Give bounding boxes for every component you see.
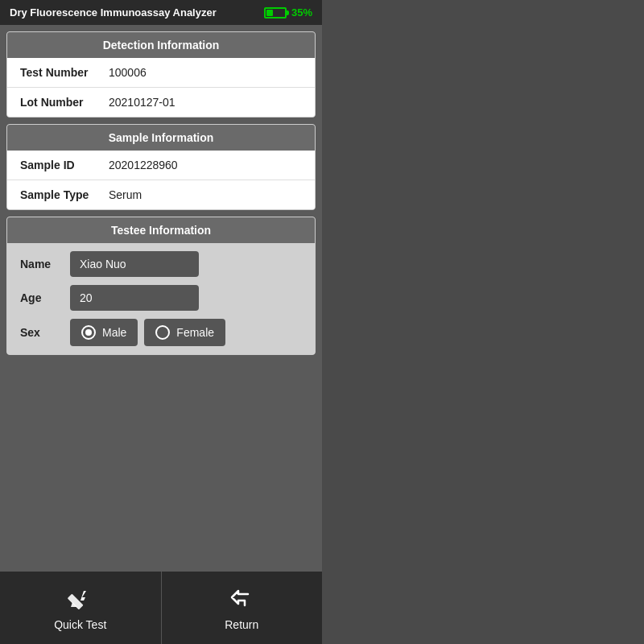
sample-id-label: Sample ID bbox=[20, 159, 109, 171]
battery-percent: 35% bbox=[291, 6, 312, 19]
sample-type-value: Serum bbox=[109, 188, 142, 201]
testee-section: Testee Information Name Xiao Nuo Age 20 … bbox=[6, 217, 316, 355]
sex-row: Sex Male Female bbox=[20, 319, 302, 346]
battery-icon bbox=[264, 7, 287, 19]
return-icon bbox=[227, 584, 256, 613]
battery-container: 35% bbox=[264, 6, 312, 19]
name-row: Name Xiao Nuo bbox=[20, 251, 302, 277]
female-label: Female bbox=[176, 326, 214, 339]
female-option[interactable]: Female bbox=[144, 319, 225, 346]
name-input[interactable]: Xiao Nuo bbox=[70, 251, 199, 277]
test-number-value: 100006 bbox=[109, 66, 147, 79]
sample-type-label: Sample Type bbox=[20, 188, 109, 201]
quick-test-icon bbox=[66, 584, 95, 613]
sample-type-row: Sample Type Serum bbox=[7, 180, 315, 209]
lot-number-label: Lot Number bbox=[20, 96, 109, 109]
male-radio-inner bbox=[85, 329, 92, 336]
quick-test-label: Quick Test bbox=[54, 618, 106, 631]
name-label: Name bbox=[20, 258, 60, 270]
return-label: Return bbox=[225, 618, 258, 631]
male-label: Male bbox=[102, 326, 126, 339]
detection-section: Detection Information Test Number 100006… bbox=[6, 31, 316, 118]
app-title: Dry Fluorescence Immunoassay Analyzer bbox=[10, 6, 217, 19]
sex-label: Sex bbox=[20, 326, 60, 339]
main-content: Detection Information Test Number 100006… bbox=[0, 25, 322, 572]
quick-test-button[interactable]: Quick Test bbox=[0, 572, 162, 644]
detection-header: Detection Information bbox=[7, 32, 315, 58]
age-row: Age 20 bbox=[20, 285, 302, 311]
male-option[interactable]: Male bbox=[70, 319, 138, 346]
test-number-label: Test Number bbox=[20, 66, 109, 79]
sample-section: Sample Information Sample ID 20201228960… bbox=[6, 124, 316, 210]
male-radio-outer bbox=[81, 325, 96, 340]
lot-number-row: Lot Number 20210127-01 bbox=[7, 88, 315, 117]
sample-id-value: 20201228960 bbox=[109, 159, 178, 171]
svg-rect-0 bbox=[67, 594, 83, 610]
age-input[interactable]: 20 bbox=[70, 285, 199, 311]
detection-body: Test Number 100006 Lot Number 20210127-0… bbox=[7, 58, 315, 117]
return-button[interactable]: Return bbox=[162, 572, 323, 644]
lot-number-value: 20210127-01 bbox=[109, 96, 175, 109]
sex-options: Male Female bbox=[70, 319, 225, 346]
female-radio-inner bbox=[159, 329, 166, 336]
app-header: Dry Fluorescence Immunoassay Analyzer 35… bbox=[0, 0, 322, 25]
sample-header: Sample Information bbox=[7, 125, 315, 151]
testee-body: Name Xiao Nuo Age 20 Sex Male bbox=[7, 243, 315, 354]
sample-body: Sample ID 20201228960 Sample Type Serum bbox=[7, 151, 315, 209]
test-number-row: Test Number 100006 bbox=[7, 58, 315, 88]
bottom-nav: Quick Test Return bbox=[0, 572, 322, 644]
testee-header: Testee Information bbox=[7, 217, 315, 243]
age-label: Age bbox=[20, 291, 60, 304]
female-radio-outer bbox=[155, 325, 170, 340]
sample-id-row: Sample ID 20201228960 bbox=[7, 151, 315, 180]
